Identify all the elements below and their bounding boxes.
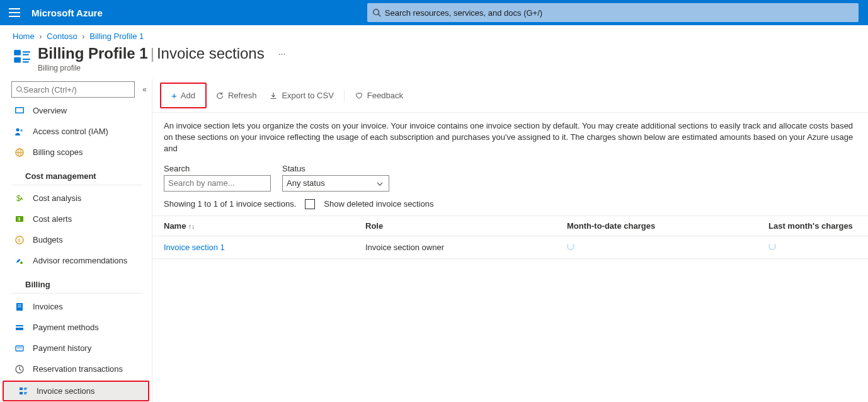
svg-text:$: $ bbox=[16, 194, 21, 203]
sidebar-item-label: Access control (IAM) bbox=[33, 127, 108, 136]
command-bar: + Add Refresh Export to CSV Feedback bbox=[152, 79, 868, 113]
svg-line-1 bbox=[378, 14, 380, 17]
export-button[interactable]: Export to CSV bbox=[263, 87, 340, 104]
svg-point-22 bbox=[20, 261, 23, 264]
sidebar-item-label: Billing scopes bbox=[33, 147, 83, 157]
main-content: + Add Refresh Export to CSV Feedback An … bbox=[152, 79, 868, 402]
sidebar-item-label: Invoice sections bbox=[37, 386, 95, 396]
breadcrumb-profile[interactable]: Billing Profile 1 bbox=[89, 32, 144, 41]
global-search-input[interactable] bbox=[385, 8, 854, 18]
sidebar-item-label: Invoices bbox=[33, 302, 63, 311]
svg-rect-2 bbox=[14, 50, 21, 55]
global-search[interactable] bbox=[367, 3, 859, 22]
breadcrumb-contoso[interactable]: Contoso bbox=[47, 32, 77, 41]
svg-rect-28 bbox=[16, 346, 23, 351]
budget-icon: $ bbox=[14, 234, 25, 246]
description-text: An invoice section lets you organize the… bbox=[152, 113, 868, 164]
hamburger-icon[interactable] bbox=[9, 8, 20, 17]
sidebar-item-cost-analysis[interactable]: $ Cost analysis bbox=[0, 188, 152, 209]
chevron-down-icon bbox=[376, 180, 384, 188]
sidebar-item-billing-scopes[interactable]: Billing scopes bbox=[0, 142, 152, 163]
feedback-button[interactable]: Feedback bbox=[348, 87, 409, 104]
separator bbox=[344, 89, 345, 102]
overview-icon bbox=[14, 105, 25, 117]
status-value: Any status bbox=[287, 178, 325, 188]
sidebar-item-access-control[interactable]: Access control (IAM) bbox=[0, 121, 152, 142]
search-icon bbox=[372, 8, 381, 17]
search-by-name-input[interactable] bbox=[164, 175, 271, 192]
sidebar-group-cost-management: Cost management bbox=[11, 163, 143, 185]
sort-icon: ↑↓ bbox=[188, 222, 195, 230]
row-name-link[interactable]: Invoice section 1 bbox=[164, 243, 225, 252]
search-label: Search bbox=[164, 164, 271, 173]
col-mtd[interactable]: Month-to-date charges bbox=[567, 221, 768, 231]
filters: Search Status Any status bbox=[152, 164, 868, 199]
sidebar-item-label: Cost alerts bbox=[33, 214, 72, 224]
sidebar-group-billing: Billing bbox=[11, 271, 143, 294]
sidebar-search-input[interactable] bbox=[23, 85, 130, 95]
show-deleted-checkbox[interactable] bbox=[305, 199, 315, 209]
table-row[interactable]: Invoice section 1 Invoice section owner bbox=[152, 236, 868, 259]
chevron-right-icon: › bbox=[39, 32, 42, 41]
download-icon bbox=[269, 91, 278, 100]
loading-spinner-icon bbox=[768, 243, 776, 250]
invoice-sections-icon bbox=[11, 47, 33, 69]
sidebar-item-label: Payment history bbox=[33, 343, 91, 353]
add-button-highlight: + Add bbox=[160, 83, 207, 108]
invoice-icon bbox=[14, 301, 25, 313]
status-select[interactable]: Any status bbox=[282, 175, 389, 192]
result-summary: Showing 1 to 1 of 1 invoice sections. Sh… bbox=[152, 199, 868, 215]
add-button[interactable]: + Add bbox=[165, 86, 202, 105]
sidebar-item-payment-methods[interactable]: Payment methods bbox=[0, 317, 152, 338]
status-label: Status bbox=[282, 164, 389, 173]
svg-point-0 bbox=[374, 9, 379, 15]
sidebar-search[interactable] bbox=[11, 81, 135, 98]
col-name[interactable]: Name↑↓ bbox=[164, 221, 365, 231]
plus-icon: + bbox=[171, 90, 177, 101]
svg-point-12 bbox=[16, 128, 20, 131]
sidebar-item-label: Cost analysis bbox=[33, 193, 81, 203]
collapse-sidebar-icon[interactable]: « bbox=[142, 85, 147, 94]
top-bar: Microsoft Azure bbox=[0, 0, 868, 25]
sidebar-item-invoice-sections[interactable]: Invoice sections bbox=[3, 381, 149, 401]
row-role: Invoice section owner bbox=[365, 243, 567, 252]
result-count: Showing 1 to 1 of 1 invoice sections. bbox=[164, 199, 296, 209]
sidebar-item-budgets[interactable]: $ Budgets bbox=[0, 229, 152, 250]
sidebar-item-cost-alerts[interactable]: $ Cost alerts bbox=[0, 209, 152, 229]
clock-icon bbox=[14, 364, 25, 375]
show-deleted-label: Show deleted invoice sections bbox=[324, 199, 433, 209]
col-last[interactable]: Last month's charges bbox=[768, 221, 868, 231]
brand-label[interactable]: Microsoft Azure bbox=[31, 8, 103, 18]
history-icon bbox=[14, 343, 25, 354]
sidebar-item-payment-history[interactable]: Payment history bbox=[0, 338, 152, 359]
globe-icon bbox=[14, 147, 25, 158]
dollar-icon: $ bbox=[14, 193, 25, 204]
advisor-icon bbox=[14, 255, 25, 267]
sidebar-item-overview[interactable]: Overview bbox=[0, 100, 152, 121]
col-role[interactable]: Role bbox=[365, 221, 567, 231]
page-subtitle: Billing profile bbox=[38, 64, 285, 72]
page-header: Billing Profile 1|Invoice sections ··· B… bbox=[0, 45, 868, 79]
sidebar-item-advisor[interactable]: Advisor recommendations bbox=[0, 250, 152, 271]
breadcrumb: Home › Contoso › Billing Profile 1 bbox=[0, 25, 868, 45]
alert-icon: $ bbox=[14, 214, 25, 225]
svg-text:$: $ bbox=[18, 216, 21, 222]
svg-line-9 bbox=[21, 91, 23, 93]
more-icon[interactable]: ··· bbox=[278, 49, 286, 59]
svg-rect-34 bbox=[20, 392, 23, 394]
sidebar-item-label: Reservation transactions bbox=[33, 364, 123, 374]
breadcrumb-home[interactable]: Home bbox=[13, 32, 35, 41]
refresh-button[interactable]: Refresh bbox=[209, 87, 263, 104]
search-icon bbox=[16, 86, 23, 93]
svg-rect-11 bbox=[16, 108, 23, 112]
svg-point-8 bbox=[17, 87, 22, 92]
sidebar-item-label: Payment methods bbox=[33, 323, 99, 332]
svg-rect-27 bbox=[16, 326, 23, 328]
row-mtd bbox=[567, 243, 768, 252]
svg-point-13 bbox=[20, 129, 23, 132]
sidebar-item-invoices[interactable]: Invoices bbox=[0, 296, 152, 317]
sidebar-item-label: Advisor recommendations bbox=[33, 256, 127, 265]
sidebar-item-reservation-transactions[interactable]: Reservation transactions bbox=[0, 359, 152, 379]
svg-line-32 bbox=[20, 369, 21, 370]
invoice-sections-table: Name↑↓ Role Month-to-date charges Last m… bbox=[152, 215, 868, 259]
